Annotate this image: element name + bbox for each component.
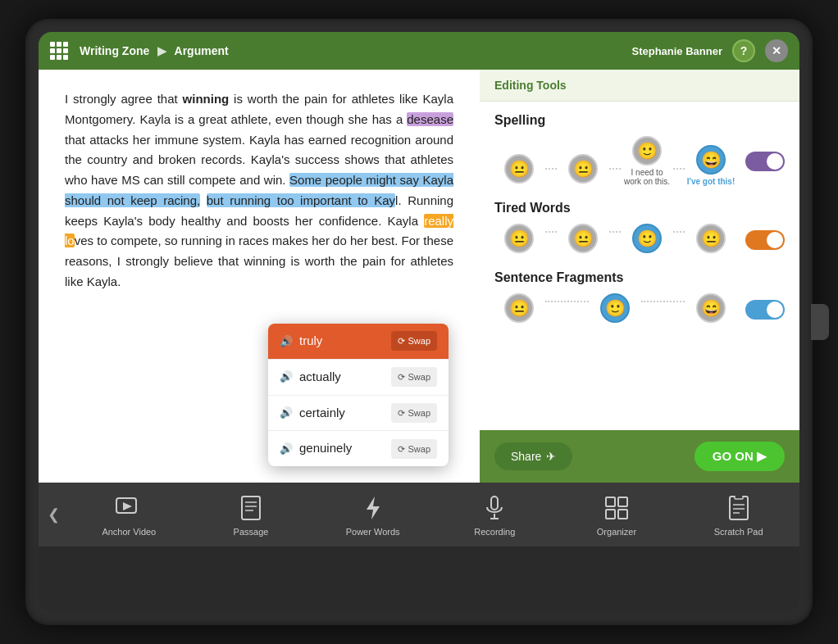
- power-words-icon: [358, 493, 388, 523]
- tired-words-toggle[interactable]: ON: [745, 230, 785, 250]
- emoji-active: 😄 I've got this!: [686, 145, 736, 186]
- svg-rect-11: [618, 497, 627, 506]
- work-on-label: I need to work on this.: [622, 168, 672, 186]
- toolbar-item-anchor-video[interactable]: Anchor Video: [96, 493, 162, 537]
- sf-row: 😐 🙂 😄: [494, 293, 785, 325]
- spelling-section: Spelling 😐 😐: [494, 113, 785, 186]
- emoji-face-neutral-1: 😐: [504, 154, 534, 184]
- breadcrumb: Writing Zone ▶ Argument: [80, 44, 631, 57]
- tw-emoji-1: 😐: [494, 224, 544, 256]
- grid-icon[interactable]: [50, 42, 68, 60]
- power-button[interactable]: [811, 304, 829, 340]
- toolbar-item-passage[interactable]: Passage: [218, 493, 284, 537]
- sentence-fragments-toggle[interactable]: ON: [745, 300, 785, 320]
- swap-item-truly[interactable]: 🔊 truly ⟳ Swap: [268, 324, 449, 360]
- writing-panel[interactable]: I strongly agree that winning is worth t…: [39, 70, 480, 483]
- sound-icon-truly[interactable]: 🔊: [280, 333, 293, 350]
- share-button[interactable]: Share ✈: [494, 442, 572, 470]
- swap-item-certainly[interactable]: 🔊 certainly ⟳ Swap: [268, 396, 449, 432]
- sound-icon-genuinely[interactable]: 🔊: [280, 440, 293, 457]
- emoji-neutral-1: 😐: [494, 154, 544, 186]
- svg-rect-13: [618, 510, 627, 519]
- tw-dotted-1: [545, 231, 557, 233]
- sentence-fragments-section: Sentence Fragments 😐 🙂: [494, 270, 785, 325]
- swap-item-genuinely[interactable]: 🔊 genuinely ⟳ Swap: [268, 431, 449, 466]
- emoji-neutral-3: 🙂 I need to work on this.: [622, 136, 672, 186]
- sf-emoji-3: 😄: [686, 293, 736, 325]
- username: Stephanie Banner: [631, 45, 722, 57]
- swap-word-truly: truly: [299, 331, 391, 351]
- toolbar-items: Anchor Video Passage: [68, 493, 799, 537]
- editing-tools-body: Spelling 😐 😐: [480, 102, 799, 430]
- swap-item-actually[interactable]: 🔊 actually ⟳ Swap: [268, 360, 449, 396]
- spelling-toggle[interactable]: ON: [745, 152, 785, 171]
- sound-icon-actually[interactable]: 🔊: [280, 368, 293, 385]
- swap-word-genuinely: genuinely: [299, 438, 391, 459]
- breadcrumb-current: Argument: [175, 44, 229, 57]
- editing-tools-header: Editing Tools: [480, 70, 799, 102]
- share-icon: ✈: [546, 450, 556, 463]
- share-label: Share: [511, 450, 541, 463]
- sf-dotted-2: [641, 301, 685, 302]
- toolbar-item-scratch-pad[interactable]: Scratch Pad: [706, 493, 772, 537]
- dotted-line-1: [545, 168, 557, 170]
- sf-face-active: 🙂: [600, 293, 630, 323]
- svg-rect-15: [735, 496, 743, 499]
- swap-word-actually: actually: [299, 367, 391, 388]
- tw-face-active: 🙂: [632, 224, 662, 253]
- editing-tools-title: Editing Tools: [494, 79, 567, 92]
- header: Writing Zone ▶ Argument Stephanie Banner…: [39, 32, 799, 70]
- sf-emoji-1: 😐: [494, 293, 544, 325]
- swap-btn-genuinely[interactable]: ⟳ Swap: [391, 439, 437, 459]
- anchor-video-icon: [114, 493, 143, 523]
- emoji-face-neutral-3: 🙂: [632, 136, 662, 166]
- tw-emoji-4: 😐: [686, 224, 736, 256]
- svg-marker-6: [367, 497, 380, 519]
- help-button[interactable]: ?: [732, 39, 755, 62]
- emoji-face-neutral-2: 😐: [568, 154, 598, 184]
- go-on-button[interactable]: GO ON ▶: [695, 442, 785, 471]
- toolbar-item-recording[interactable]: Recording: [462, 493, 527, 537]
- spelling-row: 😐 😐 🙂 I need to work on this.: [494, 136, 785, 186]
- dotted-line-3: [673, 168, 685, 170]
- sf-emoji-active: 🙂: [590, 293, 640, 325]
- sf-face-1: 😐: [504, 293, 534, 323]
- anchor-video-label: Anchor Video: [102, 527, 156, 537]
- toolbar-collapse-button[interactable]: ❮: [39, 483, 68, 546]
- swap-btn-actually[interactable]: ⟳ Swap: [391, 367, 437, 387]
- passage-label: Passage: [234, 527, 269, 537]
- sound-icon-certainly[interactable]: 🔊: [280, 404, 293, 421]
- swap-btn-truly[interactable]: ⟳ Swap: [391, 331, 437, 351]
- tw-dotted-2: [609, 231, 621, 233]
- svg-rect-2: [242, 497, 260, 519]
- close-button[interactable]: ✕: [765, 39, 788, 62]
- recording-label: Recording: [474, 527, 515, 537]
- tw-face-2: 😐: [568, 224, 598, 253]
- sf-face-3: 😄: [696, 293, 726, 323]
- svg-rect-12: [606, 510, 615, 519]
- tired-words-emoji-row: 😐 😐 🙂: [494, 224, 736, 256]
- bottom-toolbar: ❮ Anchor Video: [39, 483, 799, 546]
- ive-got-this-label: I've got this!: [686, 177, 736, 186]
- tired-words-section: Tired Words 😐 😐: [494, 201, 785, 256]
- tired-words-row: 😐 😐 🙂: [494, 224, 785, 256]
- spelling-toggle-label: ON: [769, 157, 781, 166]
- svg-marker-1: [123, 502, 132, 510]
- spelling-title: Spelling: [494, 113, 785, 128]
- tablet-screen: Writing Zone ▶ Argument Stephanie Banner…: [39, 32, 799, 612]
- toolbar-item-power-words[interactable]: Power Words: [340, 493, 406, 537]
- dark-area: [39, 546, 799, 612]
- svg-rect-14: [730, 497, 748, 519]
- scratch-pad-label: Scratch Pad: [714, 527, 763, 537]
- organizer-icon: [602, 493, 631, 523]
- toolbar-item-organizer[interactable]: Organizer: [584, 493, 649, 537]
- sf-emoji-row: 😐 🙂 😄: [494, 293, 736, 325]
- sf-toggle-label: ON: [769, 306, 781, 314]
- tablet-frame: Writing Zone ▶ Argument Stephanie Banner…: [25, 19, 813, 625]
- tw-face-1: 😐: [504, 224, 534, 253]
- recording-icon: [480, 493, 509, 523]
- organizer-label: Organizer: [597, 527, 636, 537]
- swap-btn-certainly[interactable]: ⟳ Swap: [391, 403, 437, 423]
- svg-rect-7: [491, 497, 498, 510]
- svg-rect-10: [606, 497, 615, 506]
